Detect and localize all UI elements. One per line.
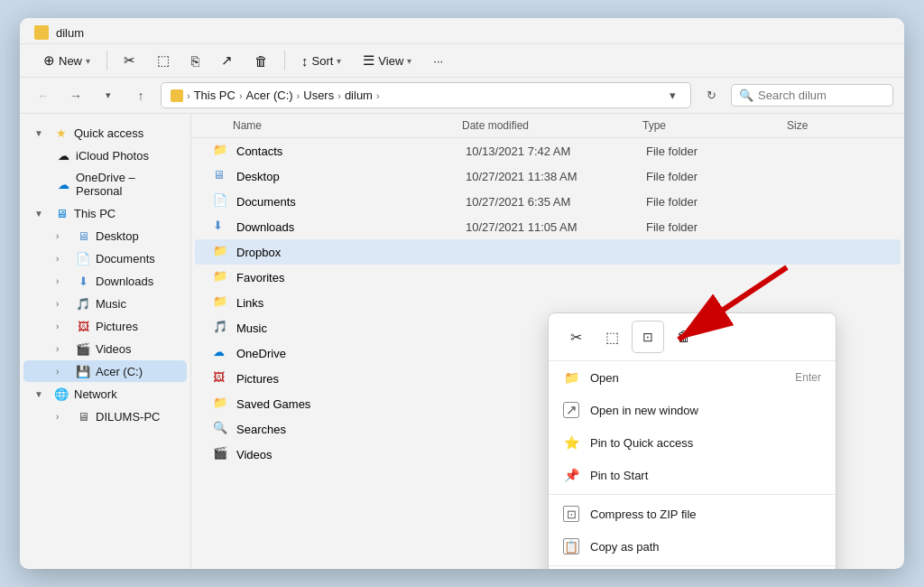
table-row[interactable]: 🖥Desktop 10/27/2021 11:38 AM File folder	[195, 163, 901, 189]
toolbar: ⊕ New ▾ ✂ ⬚ ⎘ ↗ 🗑 ↕ Sort ▾ ☰ View ▾ ···	[20, 44, 904, 78]
address-folder-icon	[171, 89, 183, 102]
copy-path-icon: 📋	[563, 538, 579, 554]
cm-cut-button[interactable]: ✂	[559, 321, 592, 353]
open-icon: 📁	[563, 369, 579, 386]
sidebar-label-music: Music	[96, 297, 126, 311]
table-row[interactable]: ⬇Downloads 10/27/2021 11:05 AM File fold…	[195, 214, 901, 239]
sidebar-item-icloud[interactable]: ☁ iCloud Photos	[23, 144, 187, 166]
file-date: 10/27/2021 6:35 AM	[466, 195, 646, 209]
cm-label-copy-path: Copy as path	[590, 540, 660, 554]
music-icon: 🎵	[76, 296, 90, 311]
refresh-button[interactable]: ↻	[698, 83, 724, 108]
sidebar-item-onedrive[interactable]: ☁ OneDrive – Personal	[23, 167, 187, 201]
pictures-folder-icon: 🖼	[213, 370, 229, 387]
cm-item-copy-path[interactable]: 📋 Copy as path	[549, 530, 836, 563]
folder-icon: 📁	[213, 396, 229, 412]
search-box[interactable]: 🔍	[731, 84, 893, 107]
delete-button[interactable]: 🗑	[245, 49, 277, 73]
more-button[interactable]: ···	[424, 50, 452, 72]
file-list: Name Date modified Type Size 📁Contacts 1…	[191, 114, 904, 569]
paste-button[interactable]: ⎘	[182, 49, 208, 73]
cm-delete-button[interactable]: 🗑	[668, 321, 700, 353]
quick-access-icon: ★	[54, 126, 69, 140]
file-date: 10/27/2021 11:38 AM	[466, 170, 646, 183]
sidebar-item-desktop[interactable]: › 🖥 Desktop	[23, 225, 187, 247]
column-size: Size	[787, 119, 859, 132]
paste-icon: ⎘	[191, 53, 199, 69]
table-row[interactable]: 📄Documents 10/27/2021 6:35 AM File folde…	[195, 189, 901, 214]
sidebar-item-acer[interactable]: › 💾 Acer (C:)	[23, 360, 187, 382]
sidebar-item-quick-access[interactable]: ▼ ★ Quick access	[23, 122, 187, 144]
sidebar-item-network[interactable]: ▼ 🌐 Network	[23, 383, 187, 405]
file-name-text: Dropbox	[236, 246, 281, 259]
forward-button[interactable]: →	[63, 83, 88, 108]
sidebar-label-network: Network	[74, 387, 117, 401]
sort-icon: ↕	[301, 53, 309, 69]
file-name-text: Contacts	[236, 144, 282, 158]
table-row[interactable]: 📁Favorites	[195, 265, 901, 290]
sidebar-label-this-pc: This PC	[74, 207, 116, 220]
cm-label-pin-start: Pin to Start	[590, 469, 648, 482]
table-row[interactable]: 📁Contacts 10/13/2021 7:42 AM File folder	[195, 138, 901, 163]
chevron-right-icon-desktop: ›	[56, 231, 70, 241]
sidebar-item-music[interactable]: › 🎵 Music	[23, 293, 187, 314]
sidebar-item-videos[interactable]: › 🎬 Videos	[23, 338, 187, 359]
context-menu-toolbar: ✂ ⬚ ⊡ 🗑	[549, 313, 836, 361]
copy-icon: ⬚	[157, 52, 170, 69]
chevron-right-icon-music: ›	[56, 299, 70, 309]
cm-item-pin-quick[interactable]: ⭐ Pin to Quick access	[549, 426, 836, 459]
sort-button[interactable]: ↕ Sort ▾	[292, 49, 350, 73]
sidebar-label-downloads: Downloads	[96, 275, 153, 288]
cm-copy-button[interactable]: ⬚	[596, 321, 628, 353]
cm-label-pin-quick: Pin to Quick access	[590, 436, 693, 450]
cm-item-open-new[interactable]: ↗ Open in new window	[549, 394, 836, 426]
desktop-icon: 🖥	[76, 228, 90, 243]
sidebar-item-pictures[interactable]: › 🖼 Pictures	[23, 315, 187, 337]
view-button[interactable]: ☰ View ▾	[354, 48, 420, 73]
sidebar-item-this-pc[interactable]: ▼ 🖥 This PC	[23, 202, 187, 224]
file-name-text: Links	[236, 296, 263, 310]
cm-item-pin-start[interactable]: 📌 Pin to Start	[549, 459, 836, 491]
chevron-right-icon-pc: ›	[56, 412, 70, 422]
file-name-text: Documents	[236, 195, 296, 209]
file-name-text: Downloads	[236, 220, 294, 234]
cm-label-open-new: Open in new window	[590, 404, 698, 417]
sidebar-item-dilums-pc[interactable]: › 🖥 DILUMS-PC	[23, 405, 187, 427]
cut-button[interactable]: ✂	[115, 48, 144, 73]
column-type: Type	[642, 119, 787, 132]
chevron-right-icon-pics: ›	[56, 321, 70, 331]
recent-button[interactable]: ▾	[96, 83, 121, 108]
address-bar: ← → ▾ ↑ › This PC › Acer (C:) › Users › …	[20, 78, 904, 114]
cm-rename-button[interactable]: ⊡	[632, 321, 664, 353]
file-name-text: OneDrive	[236, 347, 286, 360]
chevron-right-icon-docs: ›	[56, 254, 70, 264]
share-button[interactable]: ↗	[212, 48, 242, 73]
cm-item-open[interactable]: 📁 Open Enter	[549, 361, 836, 394]
file-name-text: Saved Games	[236, 397, 310, 411]
sidebar-label-videos: Videos	[96, 342, 132, 356]
up-button[interactable]: ↑	[128, 83, 153, 108]
address-path-bar[interactable]: › This PC › Acer (C:) › Users › dilum › …	[161, 82, 691, 108]
new-button[interactable]: ⊕ New ▾	[34, 48, 99, 73]
sidebar: ▼ ★ Quick access ☁ iCloud Photos ☁ OneDr…	[20, 114, 191, 569]
back-button[interactable]: ←	[31, 83, 56, 108]
file-name-text: Music	[236, 321, 267, 335]
file-type: File folder	[646, 144, 790, 158]
search-icon: 🔍	[739, 89, 753, 102]
table-row-dropbox[interactable]: 📁Dropbox	[195, 239, 901, 265]
plus-icon: ⊕	[43, 52, 55, 69]
file-date: 10/13/2021 7:42 AM	[466, 144, 646, 158]
onedrive-icon: ☁	[56, 177, 70, 191]
pc-icon: 🖥	[76, 409, 90, 424]
file-type: File folder	[646, 220, 790, 234]
sidebar-label-quick-access: Quick access	[74, 126, 143, 140]
copy-button[interactable]: ⬚	[148, 48, 179, 73]
table-row[interactable]: 📁Links	[195, 290, 901, 315]
sidebar-item-documents[interactable]: › 📄 Documents	[23, 247, 187, 269]
cut-icon: ✂	[124, 52, 135, 69]
address-dropdown-button[interactable]: ▾	[664, 87, 681, 104]
open-new-icon: ↗	[563, 402, 579, 418]
search-input[interactable]	[758, 89, 885, 102]
cm-item-compress[interactable]: ⊡ Compress to ZIP file	[549, 498, 836, 530]
sidebar-item-downloads[interactable]: › ⬇ Downloads	[23, 270, 187, 292]
